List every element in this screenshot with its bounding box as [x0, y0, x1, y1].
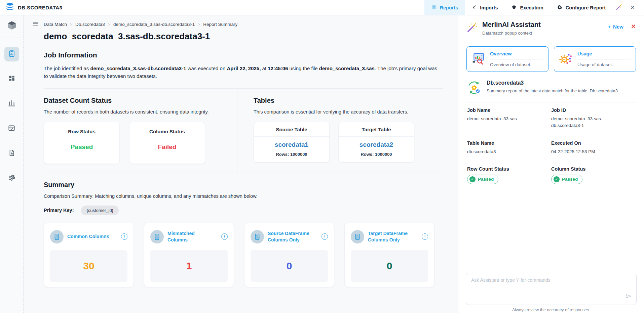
context-table-title: Db.scoredata3: [487, 80, 618, 86]
common-columns-card: Common Columns ! 30: [44, 223, 134, 287]
source-table-name[interactable]: scoredata1: [254, 141, 329, 148]
page-title: demo_scoredata_3.sas-db.scoredata3-1: [44, 31, 443, 42]
target-table-name[interactable]: scoredata2: [339, 141, 414, 148]
context-fields: Job Name demo_scoredata_33.sas Job ID de…: [458, 102, 644, 190]
sync-gear-check-icon: [466, 80, 482, 97]
book-icon: [150, 230, 164, 243]
app-title: DB.SCOREDATA3: [18, 5, 62, 10]
job-name-value: demo_scoredata_33.sas: [467, 116, 544, 122]
overview-card-desc: Overview of dataset.: [490, 62, 543, 67]
info-icon[interactable]: !: [321, 233, 328, 240]
check-icon: ✓: [554, 176, 560, 182]
overview-illustration-icon: [471, 51, 486, 67]
merlinai-assistant-panel: MerlinAI Assistant Datamatch popup conte…: [458, 15, 644, 313]
column-status-badge: ✓ Passed: [551, 175, 582, 184]
dashboard-grid-icon: [8, 75, 15, 83]
source-dataframe-columns-card: Source DataFrame Columns Only ! 0: [244, 223, 334, 287]
card-divider: [490, 59, 543, 59]
breadcrumb-db-scoredata3[interactable]: Db.scoredata3: [75, 22, 105, 27]
mismatched-columns-value: 1: [150, 250, 228, 282]
chat-input[interactable]: [466, 273, 636, 305]
source-table-card: Source Table scoredata1 Rows: 1000000: [254, 122, 330, 163]
column-status-card: Column Status Failed: [129, 122, 205, 164]
table-name-value: db.scoredata3: [467, 148, 544, 155]
target-table-label: Target Table: [339, 122, 414, 137]
common-columns-value: 30: [50, 250, 127, 282]
mismatched-columns-title: Mismatched Columns: [167, 230, 211, 242]
package-icon: [6, 20, 17, 32]
new-chat-button[interactable]: + New: [608, 24, 623, 30]
sidebar-item-dashboard[interactable]: [4, 72, 19, 86]
top-nav: Reports Imports Execution Configure Repo…: [424, 0, 639, 15]
target-table-rows: Rows: 1000000: [339, 152, 414, 157]
executed-on-value: 04-22-2025 12:53 PM: [551, 148, 629, 155]
mismatched-columns-card: Mismatched Columns ! 1: [144, 223, 234, 287]
breadcrumb-job[interactable]: demo_scoredata_3.sas-db.scoredata3-1: [113, 22, 195, 27]
check-icon: ✓: [469, 176, 476, 182]
breadcrumb-separator: >: [198, 22, 200, 27]
sidebar-item-workflow[interactable]: [4, 171, 19, 186]
nav-tab-execution-label: Execution: [520, 5, 543, 10]
row-status-value: Passed: [71, 143, 93, 151]
execution-icon: [511, 4, 517, 11]
source-dataframe-columns-value: 0: [251, 250, 328, 282]
breadcrumb-separator: >: [108, 22, 110, 27]
nav-tab-execution[interactable]: Execution: [504, 0, 550, 15]
assistant-close-button[interactable]: ✕: [631, 23, 636, 30]
breadcrumb-report-summary[interactable]: Report Summary: [203, 22, 237, 27]
magic-wand-icon: [615, 3, 623, 12]
breadcrumb: Data Match > Db.scoredata3 > demo_scored…: [44, 22, 237, 27]
tables-section: Tables This comparison is essential for …: [245, 89, 443, 173]
workflow-icon: [8, 174, 16, 183]
breadcrumb-data-match[interactable]: Data Match: [44, 22, 67, 27]
book-icon: [351, 230, 364, 243]
configure-report-icon: [557, 4, 563, 11]
report-clipboard-icon: [8, 49, 16, 59]
app-header: DB.SCOREDATA3 Reports Imports Execution …: [0, 0, 644, 15]
nav-tab-configure-report-label: Configure Report: [566, 5, 606, 10]
chat-input-box: [466, 273, 637, 305]
job-information-text: The job identified as demo_scoredata_3.s…: [44, 64, 442, 80]
plus-icon: +: [608, 24, 611, 30]
nav-tab-configure-report[interactable]: Configure Report: [550, 0, 612, 15]
common-columns-title: Common Columns: [67, 233, 109, 239]
sidebar-item-file-report[interactable]: [4, 146, 19, 161]
nav-tab-imports[interactable]: Imports: [465, 0, 504, 15]
sidebar-item-analytics[interactable]: [4, 96, 19, 111]
window-close-button[interactable]: ✕: [626, 0, 639, 15]
summary-heading: Summary: [44, 181, 443, 189]
usage-card[interactable]: Usage Usage of dataset.: [554, 46, 636, 72]
new-chat-label: New: [613, 24, 623, 30]
hamburger-menu-icon[interactable]: [32, 20, 39, 29]
nav-tab-reports-label: Reports: [440, 5, 458, 10]
info-icon[interactable]: !: [221, 233, 228, 240]
row-count-status-label: Row Count Status: [467, 166, 551, 172]
overview-card-title: Overview: [490, 51, 543, 56]
overview-card[interactable]: Overview Overview of dataset.: [466, 46, 548, 72]
job-name-field: Job Name demo_scoredata_33.sas: [467, 107, 551, 129]
send-icon[interactable]: [625, 293, 632, 301]
sidebar-item-reports[interactable]: [4, 47, 19, 61]
executed-on-label: Executed On: [551, 140, 635, 146]
sidebar-item-validation[interactable]: [4, 121, 19, 136]
brand: DB.SCOREDATA3: [5, 2, 62, 13]
magic-wand-button[interactable]: [612, 0, 626, 15]
row-status-label: Row Status: [68, 129, 96, 134]
source-dataframe-columns-title: Source DataFrame Columns Only: [268, 230, 311, 242]
book-icon: [50, 230, 64, 243]
info-icon[interactable]: !: [422, 233, 428, 240]
source-table-label: Source Table: [254, 122, 329, 137]
column-status-value: Failed: [158, 143, 177, 151]
executed-on-field: Executed On 04-22-2025 12:53 PM: [551, 140, 635, 155]
target-dataframe-columns-title: Target DataFrame Columns Only: [368, 230, 411, 242]
dataset-count-heading: Dataset Count Status: [44, 97, 237, 104]
nav-tab-reports[interactable]: Reports: [424, 0, 465, 15]
column-status-label: Column Status: [551, 166, 635, 172]
source-table-rows: Rows: 1000000: [254, 152, 329, 157]
tables-heading: Tables: [254, 97, 443, 104]
info-icon[interactable]: !: [121, 233, 127, 240]
usage-card-title: Usage: [577, 51, 631, 56]
row-status-card: Row Status Passed: [44, 122, 120, 164]
usage-gear-icon: [559, 51, 573, 67]
main-content: Data Match > Db.scoredata3 > demo_scored…: [24, 15, 458, 313]
